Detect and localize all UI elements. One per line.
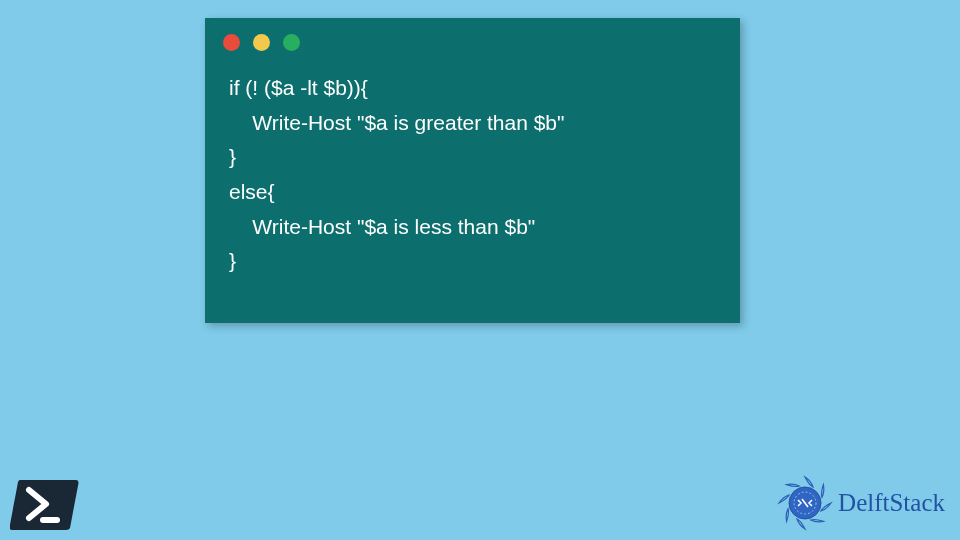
- code-line: }: [229, 249, 236, 272]
- window-controls: [205, 18, 740, 61]
- powershell-icon: [10, 478, 80, 530]
- code-window: if (! ($a -lt $b)){ Write-Host "$a is gr…: [205, 18, 740, 323]
- code-line: else{: [229, 180, 275, 203]
- close-icon: [223, 34, 240, 51]
- brand-logo: DelftStack: [776, 474, 945, 532]
- code-block: if (! ($a -lt $b)){ Write-Host "$a is gr…: [205, 61, 740, 289]
- brand-name: DelftStack: [838, 489, 945, 517]
- code-line: }: [229, 145, 236, 168]
- maximize-icon: [283, 34, 300, 51]
- delft-mandala-icon: [776, 474, 834, 532]
- code-line: if (! ($a -lt $b)){: [229, 76, 368, 99]
- code-line: Write-Host "$a is greater than $b": [229, 111, 565, 134]
- code-line: Write-Host "$a is less than $b": [229, 215, 535, 238]
- minimize-icon: [253, 34, 270, 51]
